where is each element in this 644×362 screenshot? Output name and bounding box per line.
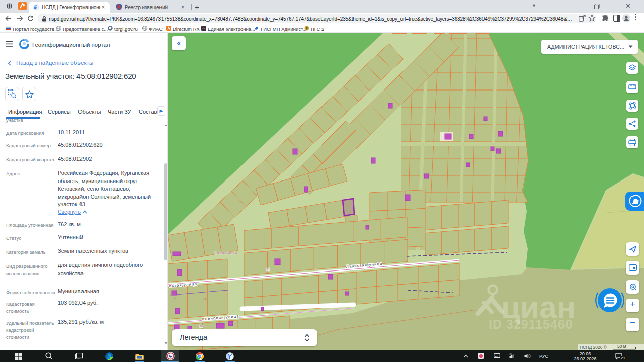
svg-text:ID 329115460: ID 329115460 bbox=[489, 317, 573, 331]
svg-text:13: 13 bbox=[173, 298, 176, 301]
svg-text:19: 19 bbox=[203, 298, 206, 301]
svg-text:21: 21 bbox=[267, 268, 270, 271]
svg-text:20: 20 bbox=[200, 325, 203, 328]
svg-text:на: на bbox=[495, 355, 498, 358]
svg-text:Солнечный: Солнечный bbox=[214, 251, 237, 255]
